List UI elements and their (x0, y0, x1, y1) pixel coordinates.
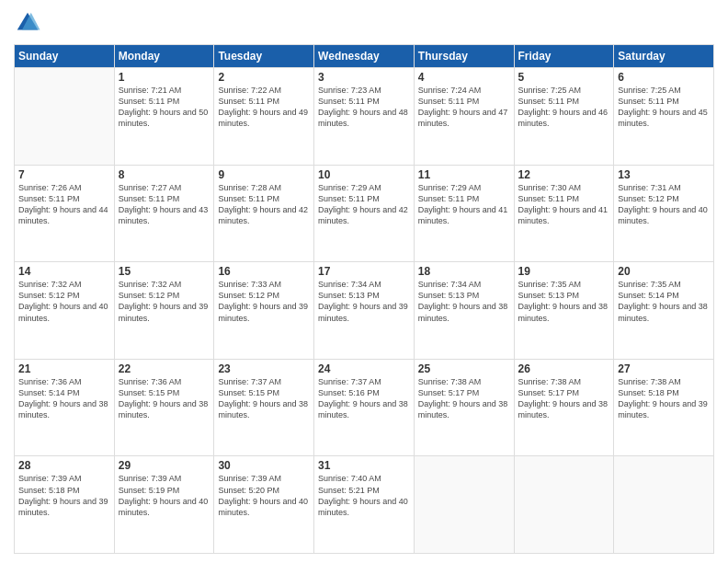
calendar-cell: 1Sunrise: 7:21 AMSunset: 5:11 PMDaylight… (114, 68, 214, 166)
day-number: 12 (518, 168, 610, 181)
day-number: 14 (18, 265, 110, 278)
calendar-cell: 19Sunrise: 7:35 AMSunset: 5:13 PMDayligh… (514, 262, 614, 360)
day-number: 25 (418, 362, 510, 375)
calendar-cell: 20Sunrise: 7:35 AMSunset: 5:14 PMDayligh… (614, 262, 714, 360)
day-number: 23 (218, 362, 310, 375)
day-info: Sunrise: 7:35 AMSunset: 5:14 PMDaylight:… (618, 279, 710, 324)
day-info: Sunrise: 7:31 AMSunset: 5:12 PMDaylight:… (618, 182, 710, 227)
calendar-cell: 6Sunrise: 7:25 AMSunset: 5:11 PMDaylight… (614, 68, 714, 166)
day-info: Sunrise: 7:27 AMSunset: 5:11 PMDaylight:… (119, 182, 210, 227)
day-info: Sunrise: 7:37 AMSunset: 5:16 PMDaylight:… (318, 376, 410, 421)
day-info: Sunrise: 7:35 AMSunset: 5:13 PMDaylight:… (518, 279, 610, 324)
day-number: 4 (418, 71, 510, 84)
logo (14, 9, 45, 37)
day-number: 21 (18, 362, 110, 375)
calendar-cell (614, 456, 714, 554)
calendar-header-monday: Monday (114, 45, 214, 68)
day-info: Sunrise: 7:39 AMSunset: 5:19 PMDaylight:… (119, 473, 210, 518)
calendar-cell: 10Sunrise: 7:29 AMSunset: 5:11 PMDayligh… (314, 165, 415, 262)
calendar-cell: 21Sunrise: 7:36 AMSunset: 5:14 PMDayligh… (15, 359, 115, 456)
day-number: 9 (218, 168, 310, 181)
calendar-cell: 16Sunrise: 7:33 AMSunset: 5:12 PMDayligh… (214, 262, 314, 360)
day-info: Sunrise: 7:21 AMSunset: 5:11 PMDaylight:… (119, 85, 210, 130)
day-number: 15 (119, 265, 210, 278)
day-number: 11 (418, 168, 510, 181)
day-info: Sunrise: 7:33 AMSunset: 5:12 PMDaylight:… (218, 279, 310, 324)
header (14, 9, 714, 37)
week-row-3: 14Sunrise: 7:32 AMSunset: 5:12 PMDayligh… (15, 262, 714, 360)
day-info: Sunrise: 7:36 AMSunset: 5:15 PMDaylight:… (119, 376, 210, 421)
calendar-cell: 9Sunrise: 7:28 AMSunset: 5:11 PMDaylight… (214, 165, 314, 262)
day-number: 7 (18, 168, 110, 181)
calendar-cell: 13Sunrise: 7:31 AMSunset: 5:12 PMDayligh… (614, 165, 714, 262)
day-number: 26 (518, 362, 610, 375)
calendar-cell: 12Sunrise: 7:30 AMSunset: 5:11 PMDayligh… (514, 165, 614, 262)
calendar-header-row: SundayMondayTuesdayWednesdayThursdayFrid… (15, 45, 714, 68)
calendar-cell: 17Sunrise: 7:34 AMSunset: 5:13 PMDayligh… (314, 262, 415, 360)
day-number: 22 (119, 362, 210, 375)
calendar-cell: 30Sunrise: 7:39 AMSunset: 5:20 PMDayligh… (214, 456, 314, 554)
calendar-header-sunday: Sunday (15, 45, 115, 68)
day-info: Sunrise: 7:39 AMSunset: 5:18 PMDaylight:… (18, 473, 110, 518)
calendar-cell (514, 456, 614, 554)
calendar-cell: 8Sunrise: 7:27 AMSunset: 5:11 PMDaylight… (114, 165, 214, 262)
day-info: Sunrise: 7:24 AMSunset: 5:11 PMDaylight:… (418, 85, 510, 130)
day-number: 6 (618, 71, 710, 84)
day-number: 27 (618, 362, 710, 375)
day-info: Sunrise: 7:38 AMSunset: 5:17 PMDaylight:… (518, 376, 610, 421)
day-info: Sunrise: 7:25 AMSunset: 5:11 PMDaylight:… (518, 85, 610, 130)
day-number: 17 (318, 265, 410, 278)
calendar-cell (414, 456, 514, 554)
day-number: 3 (318, 71, 410, 84)
day-info: Sunrise: 7:25 AMSunset: 5:11 PMDaylight:… (618, 85, 710, 130)
day-number: 31 (318, 459, 410, 472)
calendar-table: SundayMondayTuesdayWednesdayThursdayFrid… (14, 44, 714, 554)
day-info: Sunrise: 7:34 AMSunset: 5:13 PMDaylight:… (418, 279, 510, 324)
day-number: 30 (218, 459, 310, 472)
day-info: Sunrise: 7:28 AMSunset: 5:11 PMDaylight:… (218, 182, 310, 227)
day-info: Sunrise: 7:32 AMSunset: 5:12 PMDaylight:… (18, 279, 110, 324)
calendar-cell: 15Sunrise: 7:32 AMSunset: 5:12 PMDayligh… (114, 262, 214, 360)
day-info: Sunrise: 7:29 AMSunset: 5:11 PMDaylight:… (418, 182, 510, 227)
calendar-cell: 14Sunrise: 7:32 AMSunset: 5:12 PMDayligh… (15, 262, 115, 360)
calendar-cell (15, 68, 115, 166)
calendar-cell: 5Sunrise: 7:25 AMSunset: 5:11 PMDaylight… (514, 68, 614, 166)
week-row-1: 1Sunrise: 7:21 AMSunset: 5:11 PMDaylight… (15, 68, 714, 166)
calendar-header-friday: Friday (514, 45, 614, 68)
calendar-cell: 24Sunrise: 7:37 AMSunset: 5:16 PMDayligh… (314, 359, 415, 456)
day-number: 16 (218, 265, 310, 278)
day-info: Sunrise: 7:32 AMSunset: 5:12 PMDaylight:… (119, 279, 210, 324)
calendar-cell: 22Sunrise: 7:36 AMSunset: 5:15 PMDayligh… (114, 359, 214, 456)
day-info: Sunrise: 7:22 AMSunset: 5:11 PMDaylight:… (218, 85, 310, 130)
calendar-cell: 28Sunrise: 7:39 AMSunset: 5:18 PMDayligh… (15, 456, 115, 554)
calendar-cell: 11Sunrise: 7:29 AMSunset: 5:11 PMDayligh… (414, 165, 514, 262)
calendar-cell: 18Sunrise: 7:34 AMSunset: 5:13 PMDayligh… (414, 262, 514, 360)
day-info: Sunrise: 7:39 AMSunset: 5:20 PMDaylight:… (218, 473, 310, 518)
day-number: 28 (18, 459, 110, 472)
day-number: 1 (119, 71, 210, 84)
day-number: 20 (618, 265, 710, 278)
calendar-cell: 27Sunrise: 7:38 AMSunset: 5:18 PMDayligh… (614, 359, 714, 456)
page-container: SundayMondayTuesdayWednesdayThursdayFrid… (0, 0, 728, 563)
calendar-cell: 23Sunrise: 7:37 AMSunset: 5:15 PMDayligh… (214, 359, 314, 456)
day-number: 24 (318, 362, 410, 375)
day-number: 8 (119, 168, 210, 181)
day-info: Sunrise: 7:36 AMSunset: 5:14 PMDaylight:… (18, 376, 110, 421)
calendar-header-tuesday: Tuesday (214, 45, 314, 68)
day-info: Sunrise: 7:38 AMSunset: 5:17 PMDaylight:… (418, 376, 510, 421)
week-row-4: 21Sunrise: 7:36 AMSunset: 5:14 PMDayligh… (15, 359, 714, 456)
calendar-cell: 4Sunrise: 7:24 AMSunset: 5:11 PMDaylight… (414, 68, 514, 166)
day-info: Sunrise: 7:23 AMSunset: 5:11 PMDaylight:… (318, 85, 410, 130)
calendar-cell: 26Sunrise: 7:38 AMSunset: 5:17 PMDayligh… (514, 359, 614, 456)
day-info: Sunrise: 7:40 AMSunset: 5:21 PMDaylight:… (318, 473, 410, 518)
day-number: 2 (218, 71, 310, 84)
logo-icon (14, 9, 41, 37)
calendar-cell: 7Sunrise: 7:26 AMSunset: 5:11 PMDaylight… (15, 165, 115, 262)
calendar-cell: 3Sunrise: 7:23 AMSunset: 5:11 PMDaylight… (314, 68, 415, 166)
calendar-header-thursday: Thursday (414, 45, 514, 68)
day-number: 5 (518, 71, 610, 84)
calendar-cell: 2Sunrise: 7:22 AMSunset: 5:11 PMDaylight… (214, 68, 314, 166)
day-info: Sunrise: 7:29 AMSunset: 5:11 PMDaylight:… (318, 182, 410, 227)
day-number: 13 (618, 168, 710, 181)
day-info: Sunrise: 7:30 AMSunset: 5:11 PMDaylight:… (518, 182, 610, 227)
